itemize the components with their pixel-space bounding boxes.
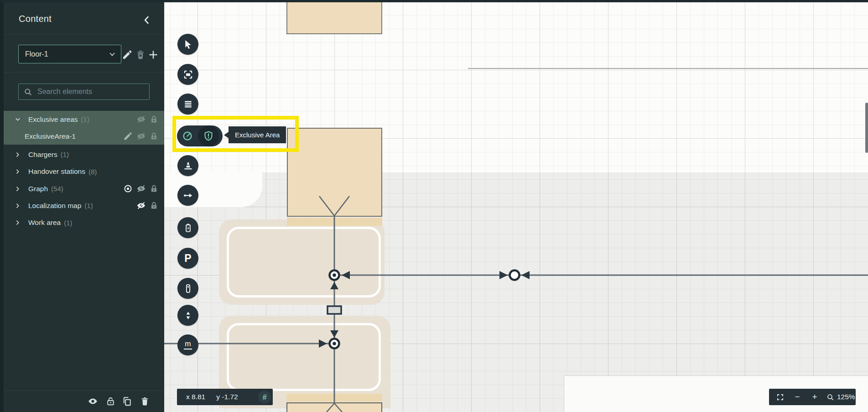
list-tool-button[interactable]: [177, 94, 198, 115]
tree-row-count: (54): [51, 185, 63, 193]
tree-row-count: (1): [64, 219, 72, 227]
exclusive-area-tool-group: [177, 125, 223, 146]
tree-row-label: Work area: [28, 219, 61, 227]
tree-row-count: (1): [84, 202, 93, 209]
sidebar-left-edge: [0, 0, 4, 412]
add-floor-icon[interactable]: [148, 49, 159, 60]
chevron-right-icon[interactable]: [15, 151, 21, 158]
tree-row-exclusivearea-1[interactable]: ExclusiveArea-1: [4, 128, 164, 145]
tree-row-label: Exclusive areas: [28, 115, 78, 124]
edit-icon[interactable]: [123, 131, 133, 141]
fullscreen-icon[interactable]: [774, 391, 785, 402]
chevron-right-icon[interactable]: [15, 168, 21, 175]
eye-icon[interactable]: [88, 396, 98, 407]
coordinates-bar: x 8.81 y -1.72 #: [177, 389, 273, 405]
chevron-right-icon[interactable]: [15, 203, 21, 209]
tree-row-count: (1): [61, 151, 69, 158]
lock-icon[interactable]: [149, 131, 159, 141]
lock-icon[interactable]: [149, 184, 159, 193]
station-rect-main: [287, 128, 382, 217]
measure-label: m: [184, 340, 192, 349]
tree-row-work-area[interactable]: Work area (1): [4, 214, 164, 231]
content-sidebar: Content Floor-1: [0, 0, 164, 412]
parking-tool-button[interactable]: P: [177, 248, 198, 269]
tree-row-count: (8): [88, 168, 97, 176]
search-icon: [24, 88, 32, 96]
coordinate-x-value: x 8.81: [186, 393, 205, 401]
tree-row-handover-stations[interactable]: Handover stations (8): [4, 163, 164, 180]
zoom-out-button[interactable]: −: [792, 391, 803, 402]
select-tool-button[interactable]: [177, 34, 198, 55]
floor-select-dropdown[interactable]: Floor-1: [18, 45, 121, 63]
zoom-in-button[interactable]: +: [809, 391, 820, 402]
coordinate-y-value: y -1.72: [216, 393, 238, 401]
measure-tool-button[interactable]: m: [177, 334, 198, 355]
path-tool-button[interactable]: [177, 185, 198, 206]
charger-tool-button[interactable]: [177, 217, 198, 238]
exclusive-area-dial-icon[interactable]: [177, 125, 198, 146]
elevator-tool-button[interactable]: [177, 305, 198, 326]
lock-icon[interactable]: [149, 201, 159, 210]
tree-row-chargers[interactable]: Chargers (1): [4, 146, 164, 163]
parking-label: P: [184, 253, 191, 264]
tree-row-label: ExclusiveArea-1: [25, 132, 76, 141]
zoom-level-value: 125%: [837, 393, 855, 401]
center-target-icon[interactable]: [123, 184, 133, 193]
zoom-control-bar: − + 125%: [769, 389, 856, 405]
dock-strip-lower: [286, 394, 382, 402]
top-strip: [0, 0, 868, 2]
tree-row-exclusive-areas[interactable]: Exclusive areas (1): [4, 111, 164, 128]
tree-row-count: (1): [81, 115, 89, 123]
copy-icon[interactable]: [122, 396, 132, 407]
chevron-down-icon[interactable]: [15, 116, 21, 123]
eye-off-icon[interactable]: [136, 201, 146, 210]
canvas-scrollbar-thumb[interactable]: [865, 103, 868, 153]
tooltip-arrow: [224, 132, 229, 138]
map-canvas[interactable]: P m Exclusive Area x 8.81 y -1.72 #: [164, 0, 868, 412]
dock-strip-upper: [287, 218, 382, 226]
work-area-outline-upper: [227, 227, 381, 297]
tree-row-label: Graph: [28, 185, 48, 193]
chevron-right-icon[interactable]: [15, 219, 21, 226]
edit-floor-icon[interactable]: [122, 49, 133, 60]
tree-row-label: Chargers: [28, 151, 57, 159]
chevron-right-icon[interactable]: [15, 186, 21, 192]
magnifier-icon: [825, 391, 836, 402]
eye-off-icon[interactable]: [136, 184, 146, 193]
station-rect-bottom: [286, 402, 382, 412]
exclusive-area-shield-icon[interactable]: [198, 125, 219, 146]
floor-editor-app: Content Floor-1: [0, 0, 868, 412]
divider: [4, 34, 164, 35]
handover-station-tool-button[interactable]: [177, 278, 198, 299]
sidebar-footer: [4, 391, 164, 412]
search-input[interactable]: [36, 87, 149, 96]
eye-off-icon[interactable]: [136, 131, 146, 141]
lock-icon[interactable]: [149, 115, 159, 124]
delete-floor-icon[interactable]: [135, 49, 146, 60]
trash-icon[interactable]: [140, 396, 150, 407]
chevron-down-icon: [108, 50, 116, 58]
floor-select-value: Floor-1: [25, 50, 108, 58]
tree-row-graph[interactable]: Graph (54): [4, 180, 164, 197]
forbidden-zone-tool-button[interactable]: [177, 155, 198, 176]
collapse-sidebar-icon[interactable]: [141, 15, 152, 26]
tree-row-localization-map[interactable]: Localization map (1): [4, 197, 164, 214]
lock-icon[interactable]: [105, 396, 116, 407]
tree-row-label: Localization map: [28, 202, 81, 210]
tool-tooltip: Exclusive Area: [229, 126, 286, 143]
station-rect-top: [286, 0, 382, 34]
sidebar-title: Content: [19, 14, 52, 24]
eye-off-icon[interactable]: [136, 115, 146, 124]
divider: [4, 72, 164, 73]
fit-view-tool-button[interactable]: [177, 64, 198, 85]
grid-snap-toggle[interactable]: #: [258, 391, 271, 403]
search-elements-box: [18, 83, 150, 100]
work-area-outline-lower: [227, 323, 381, 391]
tree-row-label: Handover stations: [28, 167, 85, 176]
